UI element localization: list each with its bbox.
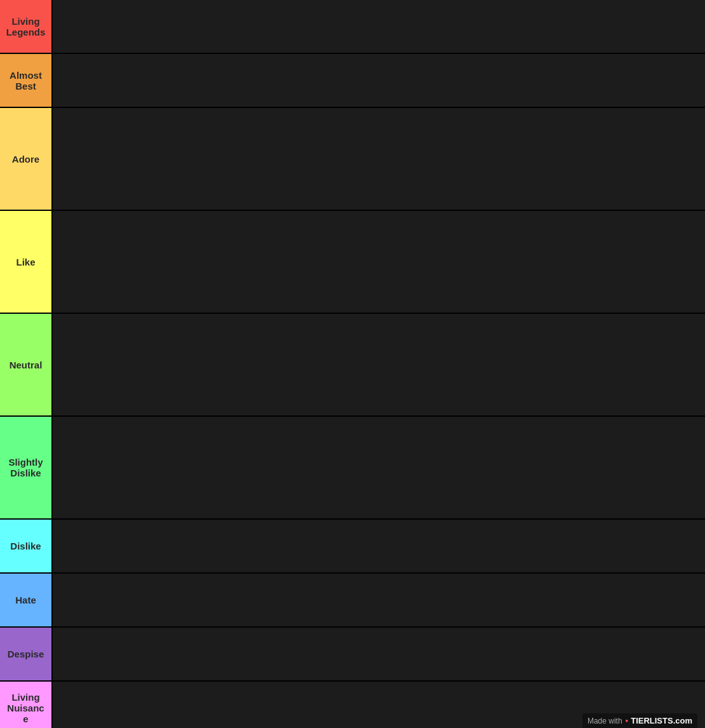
tier-content-adore [53,108,705,210]
tier-row-almost-best: Almost Best [0,54,705,108]
tier-row-like: Like [0,211,705,314]
tier-label-adore: Adore [0,108,53,210]
watermark-brand: TIERLISTS.com [631,716,692,725]
tier-row-adore: Adore [0,108,705,211]
tier-list: Living Legends Almost Best Adore Like Ne… [0,0,705,728]
tier-row-neutral: Neutral [0,314,705,417]
tier-row-despise: Despise [0,628,705,682]
tier-label-despise: Despise [0,628,53,680]
watermark: Made with ▪ TIERLISTS.com [582,713,697,728]
tier-row-living-legends: Living Legends [0,0,705,54]
tier-row-hate: Hate [0,574,705,628]
tier-label-dislike: Dislike [0,520,53,572]
tier-row-slightly-dislike: Slightly Dislike [0,417,705,520]
tier-content-dislike [53,520,705,572]
tier-content-neutral [53,314,705,415]
tier-label-living-nuisance: Living Nuisance [0,682,53,728]
tier-label-hate: Hate [0,574,53,626]
tier-content-hate [53,574,705,626]
tier-content-living-legends [53,0,705,53]
tier-label-almost-best: Almost Best [0,54,53,107]
watermark-icon: ▪ [626,716,629,725]
tier-label-living-legends: Living Legends [0,0,53,53]
tier-row-dislike: Dislike [0,520,705,574]
tier-content-like [53,211,705,313]
tier-label-like: Like [0,211,53,313]
watermark-made-with: Made with [588,717,622,725]
tier-label-neutral: Neutral [0,314,53,415]
tier-content-despise [53,628,705,680]
tier-label-slightly-dislike: Slightly Dislike [0,417,53,518]
tier-content-almost-best [53,54,705,107]
tier-content-slightly-dislike [53,417,705,518]
